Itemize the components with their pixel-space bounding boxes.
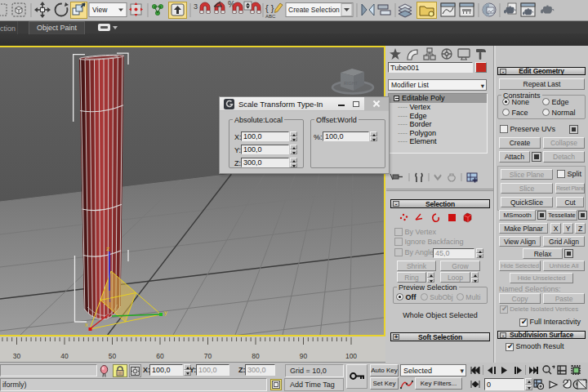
- svg-text:60: 60: [156, 352, 164, 360]
- svg-text:50: 50: [109, 352, 117, 360]
- svg-text:70: 70: [204, 352, 212, 360]
- svg-text:ABC: ABC: [265, 14, 276, 19]
- svg-text:{ }: { }: [265, 3, 274, 13]
- svg-text:40: 40: [60, 352, 69, 360]
- svg-text:30: 30: [13, 352, 21, 360]
- svg-text:100: 100: [345, 352, 357, 360]
- svg-text:90: 90: [300, 352, 308, 360]
- svg-text:80: 80: [252, 352, 260, 360]
- svg-text:RIGHT: RIGHT: [344, 81, 359, 86]
- svg-text:y: y: [164, 309, 167, 316]
- svg-text:z: z: [106, 245, 109, 252]
- svg-text:x: x: [85, 321, 88, 328]
- svg-text:Create Selection Se: Create Selection Se: [288, 6, 350, 14]
- svg-text:View: View: [92, 6, 108, 14]
- svg-text:3: 3: [194, 2, 198, 11]
